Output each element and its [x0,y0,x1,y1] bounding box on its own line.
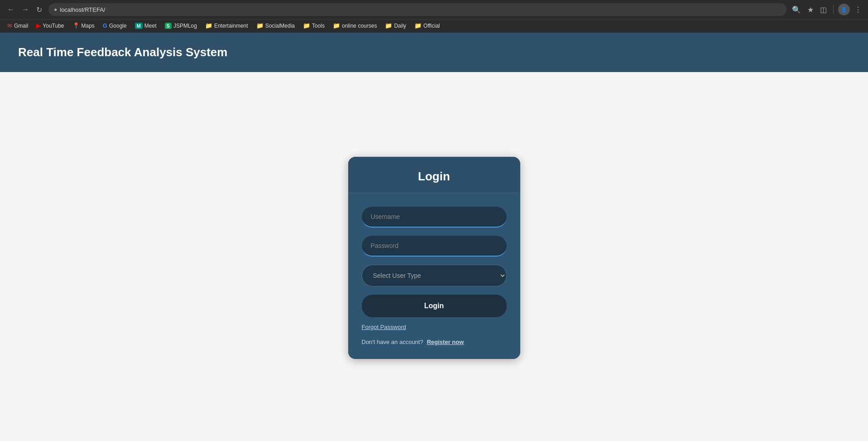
register-now-link[interactable]: Register now [427,339,464,345]
login-card: Login Select User Type Admin User Login … [348,157,520,359]
bookmark-maps[interactable]: 📍 Maps [69,21,98,30]
star-icon-btn[interactable]: ★ [806,4,815,16]
toolbar-icons: 🔍 ★ ◫ 👤 ⋮ [790,4,863,16]
bookmark-official-label: Official [423,23,440,29]
meet-icon: M [135,23,143,29]
register-row: Don't have an account? Register now [362,339,507,345]
bookmark-socialmedia[interactable]: 📁 SocialMedia [253,21,298,30]
bookmark-youtube-label: YouTube [43,23,64,29]
onlinecourses-folder-icon: 📁 [333,22,340,29]
app-title: Real Time Feedback Analysis System [18,45,227,59]
bookmark-google[interactable]: G Google [99,21,130,30]
address-bar[interactable]: ● localhost/RTEFA/ [48,3,786,16]
bookmark-jspmlog[interactable]: S JSPMLog [161,22,201,30]
divider [833,5,834,14]
main-content: Login Select User Type Admin User Login … [0,72,868,441]
bookmark-onlinecourses[interactable]: 📁 online courses [329,21,380,30]
lock-icon: ● [54,6,57,13]
back-button[interactable]: ← [5,4,17,15]
tools-folder-icon: 📁 [303,22,310,29]
user-type-select[interactable]: Select User Type Admin User [362,265,507,286]
forward-button[interactable]: → [19,4,32,15]
bookmark-tools[interactable]: 📁 Tools [299,21,328,30]
bookmark-daily-label: Daily [394,23,406,29]
bookmark-gmail-label: Gmail [14,23,28,29]
bookmark-google-label: Google [109,23,127,29]
jspm-icon: S [165,23,172,29]
no-account-text: Don't have an account? [362,339,423,345]
youtube-icon: ▶ [36,22,41,29]
forgot-password-link[interactable]: Forgot Password [362,324,507,330]
address-bar-url: localhost/RTEFA/ [60,6,105,13]
bookmark-entertainment-label: Entertainment [214,23,248,29]
bookmark-onlinecourses-label: online courses [342,23,377,29]
google-icon: G [103,22,107,29]
entertainment-folder-icon: 📁 [205,22,212,29]
socialmedia-folder-icon: 📁 [256,22,264,29]
bookmark-gmail[interactable]: ✉ Gmail [4,21,32,30]
browser-toolbar: ← → ↻ ● localhost/RTEFA/ 🔍 ★ ◫ 👤 ⋮ [0,0,868,19]
bookmark-meet[interactable]: M Meet [131,22,160,30]
bookmark-jspmlog-label: JSPMLog [173,23,197,29]
gmail-icon: ✉ [7,22,12,29]
bookmark-official[interactable]: 📁 Official [411,21,443,30]
browser-chrome: ← → ↻ ● localhost/RTEFA/ 🔍 ★ ◫ 👤 ⋮ ✉ Gma… [0,0,868,33]
login-card-title: Login [362,170,507,184]
bookmark-meet-label: Meet [144,23,157,29]
bookmark-daily[interactable]: 📁 Daily [381,21,410,30]
bookmark-socialmedia-label: SocialMedia [265,23,295,29]
maps-icon: 📍 [72,22,80,29]
login-button[interactable]: Login [362,295,507,317]
extensions-icon-btn[interactable]: ◫ [818,4,829,16]
avatar-icon: 👤 [841,7,847,13]
bookmark-maps-label: Maps [82,23,95,29]
username-input[interactable] [362,207,507,228]
nav-buttons: ← → ↻ [5,4,45,16]
menu-icon-btn[interactable]: ⋮ [853,4,863,16]
password-input[interactable] [362,236,507,257]
app-header: Real Time Feedback Analysis System [0,33,868,72]
login-card-body: Select User Type Admin User Login Forgot… [348,193,520,359]
bookmarks-bar: ✉ Gmail ▶ YouTube 📍 Maps G Google M Meet… [0,19,868,33]
daily-folder-icon: 📁 [385,22,392,29]
bookmark-entertainment[interactable]: 📁 Entertainment [201,21,252,30]
bookmark-youtube[interactable]: ▶ YouTube [33,21,67,30]
login-card-header: Login [348,157,520,193]
search-icon-btn[interactable]: 🔍 [790,4,803,16]
profile-avatar[interactable]: 👤 [838,4,850,15]
bookmark-tools-label: Tools [312,23,325,29]
official-folder-icon: 📁 [414,22,422,29]
refresh-button[interactable]: ↻ [34,4,45,16]
